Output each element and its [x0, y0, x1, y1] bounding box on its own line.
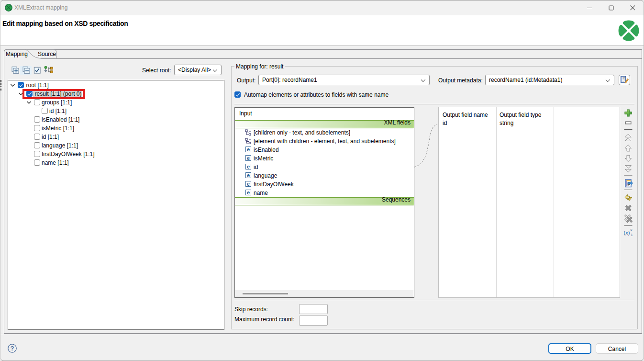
svg-text:o: o	[631, 228, 633, 231]
svg-text:1: 1	[631, 233, 633, 237]
svg-text:(x): (x)	[624, 230, 630, 236]
svg-text:?: ?	[11, 345, 14, 352]
